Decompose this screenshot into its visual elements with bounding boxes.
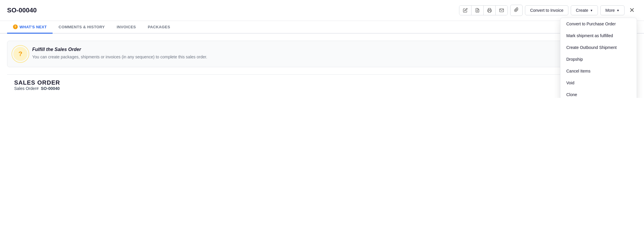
sales-order-info: SALES ORDER Sales Order# SO-00040: [14, 79, 60, 91]
svg-rect-2: [488, 11, 491, 12]
create-chevron-icon: ▼: [590, 9, 593, 12]
more-dropdown-menu: Convert to Purchase Order Mark shipment …: [560, 18, 637, 98]
icon-button-group: [459, 5, 508, 15]
close-button[interactable]: ✕: [627, 5, 637, 15]
sales-order-number-value: SO-00040: [41, 86, 60, 91]
tab-invoices[interactable]: INVOICES: [111, 21, 142, 34]
whats-next-icon: ?: [13, 24, 18, 29]
tab-bar: ? WHAT'S NEXT COMMENTS & HISTORY INVOICE…: [0, 21, 644, 34]
edit-icon[interactable]: [459, 6, 471, 15]
more-chevron-icon: ▼: [617, 9, 619, 12]
close-icon: ✕: [629, 6, 635, 14]
more-label: More: [605, 8, 615, 13]
print-icon[interactable]: [484, 6, 496, 15]
header-actions: Convert to Invoice Create ▼ More ▼ ✕: [459, 5, 637, 16]
create-dropdown-button[interactable]: Create ▼: [571, 5, 598, 15]
tab-whats-next[interactable]: ? WHAT'S NEXT: [7, 21, 53, 34]
section-divider: [7, 74, 637, 75]
whats-next-description: You can create packages, shipments or in…: [32, 54, 207, 60]
tab-whats-next-label: WHAT'S NEXT: [19, 25, 47, 29]
menu-item-convert-po[interactable]: Convert to Purchase Order: [560, 18, 637, 30]
menu-item-dropship[interactable]: Dropship: [560, 53, 637, 65]
pdf-icon[interactable]: [471, 6, 484, 15]
create-label: Create: [576, 8, 588, 13]
more-dropdown-button[interactable]: More ▼: [600, 5, 625, 15]
menu-item-clone[interactable]: Clone: [560, 89, 637, 98]
email-icon[interactable]: [496, 6, 508, 15]
question-mark-icon: ?: [13, 47, 27, 61]
sales-order-section: SALES ORDER Sales Order# SO-00040 BILLIN…: [7, 79, 637, 91]
sales-order-number-prefix: Sales Order#: [14, 86, 38, 91]
tab-invoices-label: INVOICES: [117, 25, 136, 29]
menu-item-create-outbound[interactable]: Create Outbound Shipment: [560, 42, 637, 53]
convert-to-invoice-button[interactable]: Convert to Invoice: [525, 5, 568, 15]
sales-order-label: SALES ORDER: [14, 79, 60, 86]
menu-item-cancel-items[interactable]: Cancel Items: [560, 65, 637, 77]
tab-packages[interactable]: PACKAGES: [142, 21, 176, 34]
page-header: SO-00040: [0, 0, 644, 21]
page-title: SO-00040: [7, 6, 37, 14]
main-content: ? Fulfill the Sales Order You can create…: [0, 34, 644, 98]
tab-comments-history[interactable]: COMMENTS & HISTORY: [53, 21, 111, 34]
menu-item-void[interactable]: Void: [560, 77, 637, 89]
menu-item-mark-fulfilled[interactable]: Mark shipment as fulfilled: [560, 30, 637, 42]
tab-comments-label: COMMENTS & HISTORY: [58, 25, 105, 29]
attachment-icon[interactable]: [510, 5, 523, 16]
sales-order-number: Sales Order# SO-00040: [14, 86, 60, 91]
whats-next-text-block: Fulfill the Sales Order You can create p…: [32, 47, 207, 60]
whats-next-card: ? Fulfill the Sales Order You can create…: [7, 41, 637, 67]
tab-packages-label: PACKAGES: [148, 25, 170, 29]
whats-next-title: Fulfill the Sales Order: [32, 47, 207, 52]
